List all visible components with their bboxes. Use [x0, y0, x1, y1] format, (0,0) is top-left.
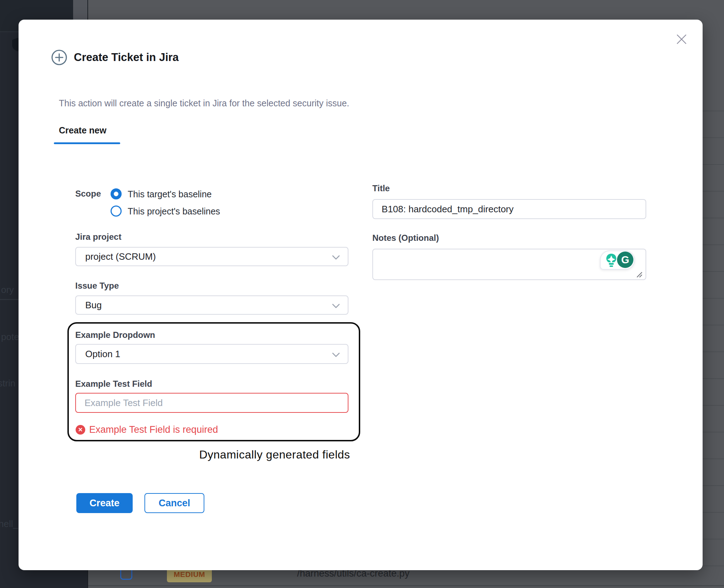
active-tab-underline [54, 142, 120, 144]
close-icon[interactable] [677, 34, 687, 44]
modal-title: Create Ticket in Jira [74, 51, 179, 64]
chevron-down-icon [332, 255, 340, 260]
example-test-field-input[interactable] [75, 393, 348, 413]
example-dropdown-label: Example Dropdown [75, 330, 155, 340]
tab-create-new[interactable]: Create new [59, 125, 106, 136]
jira-project-label: Jira project [75, 232, 121, 242]
issue-type-select[interactable]: Bug [75, 295, 348, 315]
clipped-table-text: strin [0, 378, 15, 389]
header-strip [73, 0, 87, 20]
example-dropdown-select[interactable]: Option 1 [75, 344, 348, 364]
screen: MEDIUM /harness/utils/ca-create.py ory p… [0, 0, 724, 588]
plus-circle-icon [51, 49, 67, 66]
create-ticket-modal: Create Ticket in Jira This action will c… [19, 20, 703, 570]
grammarly-logo-icon[interactable]: G [617, 252, 633, 268]
modal-description: This action will create a single ticket … [59, 98, 349, 108]
issue-type-label: Issue Type [75, 281, 119, 291]
resize-handle-icon[interactable] [636, 271, 643, 278]
cancel-button[interactable]: Cancel [144, 493, 204, 513]
radio-project-baselines-label[interactable]: This project's baselines [128, 206, 220, 217]
create-button[interactable]: Create [76, 493, 133, 513]
notes-label: Notes (Optional) [372, 233, 439, 243]
annotation-caption: Dynamically generated fields [168, 448, 381, 461]
error-circle-x-icon: ✕ [76, 425, 85, 435]
scope-label: Scope [75, 189, 101, 199]
clipped-table-text: ory [1, 284, 14, 295]
example-test-field-label: Example Test Field [75, 379, 152, 389]
title-input[interactable] [372, 199, 646, 219]
example-dropdown-value: Option 1 [85, 345, 120, 363]
clipped-table-text: hell_ [0, 518, 18, 529]
jira-project-value: project (SCRUM) [85, 248, 156, 265]
error-message: Example Test Field is required [89, 424, 218, 435]
clipped-table-text: pote [1, 331, 19, 343]
radio-target-baseline-label[interactable]: This target's baseline [128, 189, 211, 199]
radio-target-baseline[interactable] [111, 188, 122, 199]
radio-project-baselines[interactable] [111, 206, 122, 217]
chevron-down-icon [332, 353, 340, 357]
issue-type-value: Bug [85, 296, 102, 314]
table-row-divider [88, 585, 724, 586]
jira-project-select[interactable]: project (SCRUM) [75, 247, 348, 266]
title-label: Title [372, 183, 390, 193]
chevron-down-icon [332, 304, 340, 308]
